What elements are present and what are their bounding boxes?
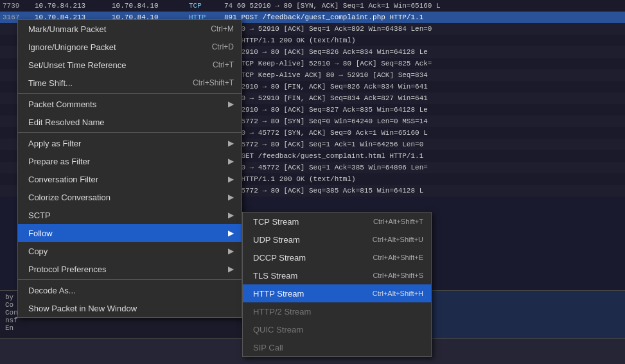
submenu-item-shortcut: Ctrl+Alt+Shift+H bbox=[373, 290, 423, 297]
menu-item-edit-resolved[interactable]: Edit Resolved Name bbox=[18, 113, 242, 131]
menu-item-time-shift[interactable]: Time Shift... Ctrl+Shift+T bbox=[18, 74, 242, 92]
packet-dst: 10.70.84.10 bbox=[112, 2, 189, 10]
arrow-icon: ▶ bbox=[228, 100, 234, 108]
submenu-item-tls-stream[interactable]: TLS Stream Ctrl+Alt+Shift+S bbox=[243, 266, 431, 284]
follow-submenu: TCP Stream Ctrl+Alt+Shift+T UDP Stream C… bbox=[242, 212, 432, 357]
menu-item-label: Colorize Conversation bbox=[28, 193, 110, 202]
arrow-icon: ▶ bbox=[228, 211, 234, 220]
menu-item-label: Ignore/Unignore Packet bbox=[28, 42, 116, 52]
menu-item-label: SCTP bbox=[28, 211, 51, 220]
packet-info: 880 HTTP/1.1 200 OK (text/html) bbox=[224, 175, 622, 183]
arrow-icon: ▶ bbox=[228, 157, 234, 166]
menu-item-copy[interactable]: Copy ▶ bbox=[18, 242, 242, 260]
arrow-icon: ▶ bbox=[228, 264, 234, 273]
packet-info: 66 80 → 45772 [ACK] Seq=1 Ack=385 Win=64… bbox=[224, 164, 622, 171]
menu-item-packet-comments[interactable]: Packet Comments ▶ bbox=[18, 95, 242, 113]
arrow-icon: ▶ bbox=[228, 247, 234, 256]
packet-info: 450 GET /feedback/guest_complaint.html H… bbox=[224, 152, 622, 160]
packet-info: 74 45772 → 80 [SYN] Seq=0 Win=64240 Len=… bbox=[224, 117, 622, 125]
menu-item-follow[interactable]: Follow ▶ bbox=[18, 224, 242, 242]
packet-info: 66 52910 → 80 [ACK] Seq=827 Ack=835 Win=… bbox=[224, 106, 622, 114]
submenu-item-udp-stream[interactable]: UDP Stream Ctrl+Alt+Shift+U bbox=[243, 230, 431, 248]
menu-item-mark-unmark[interactable]: Mark/Unmark Packet Ctrl+M bbox=[18, 20, 242, 38]
submenu-item-http2-stream: HTTP/2 Stream bbox=[243, 302, 431, 320]
packet-num: 7739 bbox=[3, 2, 35, 10]
submenu-item-label: QUIC Stream bbox=[253, 325, 303, 334]
context-menu: Mark/Unmark Packet Ctrl+M Ignore/Unignor… bbox=[17, 19, 242, 318]
menu-item-label: Apply as Filter bbox=[28, 139, 81, 148]
arrow-icon: ▶ bbox=[228, 193, 234, 202]
submenu-item-sip-call: SIP Call bbox=[243, 338, 431, 356]
menu-item-shortcut: Ctrl+T bbox=[213, 60, 234, 69]
packet-info: 66 52910 → 80 [FIN, ACK] Seq=826 Ack=834… bbox=[224, 83, 622, 91]
submenu-item-shortcut: Ctrl+Alt+Shift+T bbox=[373, 218, 423, 225]
menu-separator bbox=[18, 132, 242, 133]
packet-info: 66 80 → 52910 [FIN, ACK] Seq=834 Ack=827… bbox=[224, 94, 622, 102]
submenu-item-label: SIP Call bbox=[253, 343, 283, 352]
packet-info: 66 [TCP Keep-Alive ACK] 80 → 52910 [ACK]… bbox=[224, 71, 622, 79]
packet-info: 66 45772 → 80 [ACK] Seq=385 Ack=815 Win=… bbox=[224, 187, 622, 195]
packet-info: 891 POST /feedback/guest_complaint.php H… bbox=[224, 13, 622, 21]
arrow-icon: ▶ bbox=[228, 229, 234, 238]
menu-item-label: Time Shift... bbox=[28, 78, 73, 88]
menu-item-label: Mark/Unmark Packet bbox=[28, 24, 106, 34]
menu-item-decode-as[interactable]: Decode As... bbox=[18, 281, 242, 299]
packet-info: 74 80 → 45772 [SYN, ACK] Seq=0 Ack=1 Win… bbox=[224, 129, 622, 137]
menu-item-shortcut: Ctrl+D bbox=[212, 42, 234, 51]
submenu-item-label: DCCP Stream bbox=[253, 253, 306, 263]
menu-item-label: Prepare as Filter bbox=[28, 157, 90, 166]
packet-src: 10.70.84.213 bbox=[35, 2, 112, 10]
packet-proto: TCP bbox=[189, 2, 224, 10]
submenu-item-label: UDP Stream bbox=[253, 235, 300, 245]
packet-info: 899 HTTP/1.1 200 OK (text/html) bbox=[224, 37, 622, 44]
submenu-item-label: HTTP Stream bbox=[253, 289, 304, 299]
arrow-icon: ▶ bbox=[228, 139, 234, 148]
submenu-item-quic-stream: QUIC Stream bbox=[243, 320, 431, 338]
menu-item-protocol-prefs[interactable]: Protocol Preferences ▶ bbox=[18, 260, 242, 278]
menu-item-label: Decode As... bbox=[28, 286, 76, 295]
submenu-item-dccp-stream[interactable]: DCCP Stream Ctrl+Alt+Shift+E bbox=[243, 248, 431, 266]
packet-info: 66 80 → 52910 [ACK] Seq=1 Ack=892 Win=64… bbox=[224, 25, 622, 33]
menu-item-time-ref[interactable]: Set/Unset Time Reference Ctrl+T bbox=[18, 56, 242, 74]
submenu-item-tcp-stream[interactable]: TCP Stream Ctrl+Alt+Shift+T bbox=[243, 212, 431, 230]
submenu-item-label: TLS Stream bbox=[253, 271, 297, 281]
menu-item-label: Edit Resolved Name bbox=[28, 117, 105, 127]
menu-item-apply-filter[interactable]: Apply as Filter ▶ bbox=[18, 134, 242, 152]
submenu-item-label: HTTP/2 Stream bbox=[253, 307, 311, 316]
menu-separator bbox=[18, 93, 242, 94]
menu-item-ignore[interactable]: Ignore/Unignore Packet Ctrl+D bbox=[18, 38, 242, 56]
table-row[interactable]: 7739 10.70.84.213 10.70.84.10 TCP 74 60 … bbox=[0, 0, 625, 12]
submenu-item-shortcut: Ctrl+Alt+Shift+U bbox=[373, 236, 423, 243]
submenu-item-label: TCP Stream bbox=[253, 217, 299, 227]
menu-item-label: Follow bbox=[28, 229, 53, 238]
menu-item-label: Packet Comments bbox=[28, 100, 96, 109]
submenu-item-shortcut: Ctrl+Alt+Shift+S bbox=[373, 272, 423, 279]
packet-info: 66 [TCP Keep-Alive] 52910 → 80 [ACK] Seq… bbox=[224, 60, 622, 67]
arrow-icon: ▶ bbox=[228, 175, 234, 184]
menu-item-conversation-filter[interactable]: Conversation Filter ▶ bbox=[18, 170, 242, 188]
menu-item-shortcut: Ctrl+M bbox=[211, 24, 234, 33]
menu-item-shortcut: Ctrl+Shift+T bbox=[193, 78, 234, 87]
submenu-item-shortcut: Ctrl+Alt+Shift+E bbox=[373, 254, 423, 261]
menu-item-label: Protocol Preferences bbox=[28, 264, 106, 274]
packet-info: 66 45772 → 80 [ACK] Seq=1 Ack=1 Win=6425… bbox=[224, 141, 622, 148]
menu-item-label: Copy bbox=[28, 247, 48, 256]
menu-item-new-window[interactable]: Show Packet in New Window bbox=[18, 299, 242, 317]
menu-item-label: Set/Unset Time Reference bbox=[28, 60, 126, 70]
menu-item-label: Conversation Filter bbox=[28, 175, 98, 184]
menu-item-label: Show Packet in New Window bbox=[28, 304, 137, 313]
menu-item-prepare-filter[interactable]: Prepare as Filter ▶ bbox=[18, 152, 242, 170]
menu-separator bbox=[18, 279, 242, 280]
submenu-item-http-stream[interactable]: HTTP Stream Ctrl+Alt+Shift+H bbox=[243, 284, 431, 302]
menu-item-sctp[interactable]: SCTP ▶ bbox=[18, 206, 242, 224]
packet-info: 74 60 52910 → 80 [SYN, ACK] Seq=1 Ack=1 … bbox=[224, 2, 622, 10]
packet-info: 66 52910 → 80 [ACK] Seq=826 Ack=834 Win=… bbox=[224, 48, 622, 56]
menu-item-colorize[interactable]: Colorize Conversation ▶ bbox=[18, 188, 242, 206]
